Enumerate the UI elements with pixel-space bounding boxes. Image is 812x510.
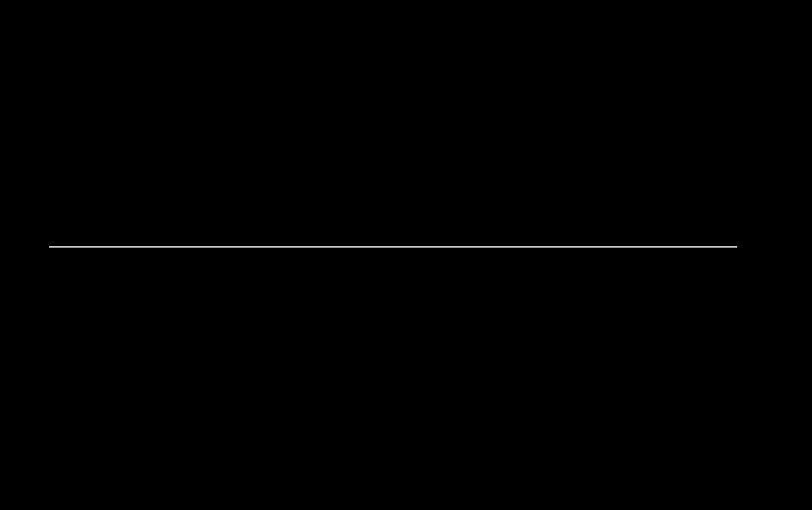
spectrogram-viewer — [0, 0, 812, 510]
colorbar-gradient — [769, 76, 781, 420]
spectrogram-channel-2 — [49, 248, 737, 467]
spectrogram-channel-1 — [49, 27, 737, 246]
